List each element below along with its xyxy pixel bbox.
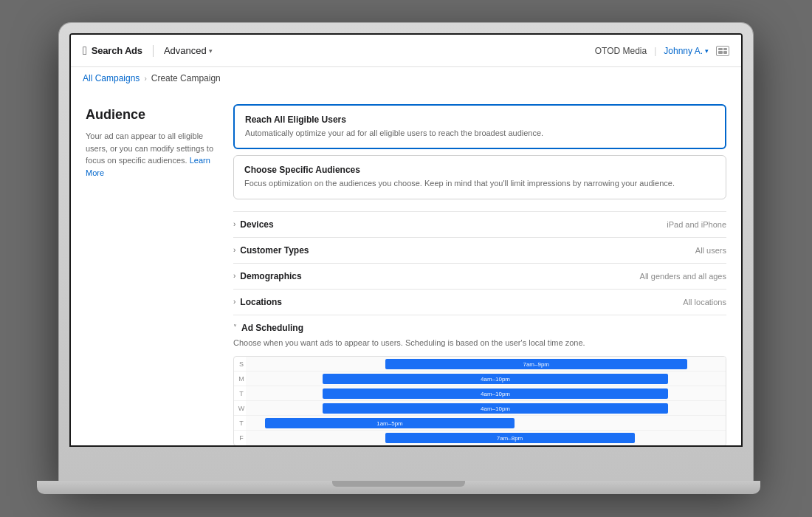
bar-label-monday: 4am–10pm: [481, 376, 510, 383]
user-name: Johnny A.: [664, 46, 703, 56]
scheduling-title: Ad Scheduling: [241, 323, 303, 333]
schedule-bar-thursday: 1am–5pm: [265, 418, 515, 428]
chevron-right-icon-2: ›: [233, 246, 235, 254]
breadcrumb-all-campaigns[interactable]: All Campaigns: [83, 73, 140, 83]
row-value-demographics: All genders and all ages: [640, 272, 726, 281]
row-customer-types[interactable]: › Customer Types All users: [233, 237, 726, 263]
apple-logo-icon: : [83, 44, 87, 58]
right-panel: Reach All Eligible Users Automatically o…: [233, 104, 726, 434]
advanced-label: Advanced: [164, 45, 207, 56]
day-label-t2: T: [234, 420, 246, 427]
row-value-locations: All locations: [683, 298, 726, 307]
user-menu[interactable]: Johnny A. ▾: [664, 46, 709, 56]
card-title-reach-all: Reach All Eligible Users: [245, 114, 715, 125]
user-chevron-icon: ▾: [705, 47, 709, 55]
day-label-f: F: [234, 434, 246, 442]
search-ads-label: Search Ads: [92, 45, 142, 56]
bar-label-tuesday: 4am–10pm: [481, 391, 510, 397]
row-label-demographics: Demographics: [240, 271, 639, 281]
main-content: Audience Your ad can appear to all eligi…: [71, 89, 741, 447]
row-locations[interactable]: › Locations All locations: [233, 289, 726, 315]
chevron-down-icon: ▾: [209, 47, 213, 55]
bar-label-friday: 7am–8pm: [497, 435, 523, 442]
scheduling-header[interactable]: ˅ Ad Scheduling: [233, 323, 726, 333]
top-navigation:  Search Ads Advanced ▾ OTOD Media | Joh…: [71, 35, 741, 67]
chevron-right-icon-4: ›: [233, 298, 235, 306]
day-label-m: M: [234, 375, 246, 383]
section-title: Audience: [86, 107, 219, 123]
schedule-bar-wednesday: 4am–10pm: [323, 403, 668, 414]
layout-toggle-button[interactable]: [716, 46, 729, 56]
scheduling-description: Choose when you want ads to appear to us…: [233, 338, 726, 349]
schedule-bar-area-tuesday: 4am–10pm: [246, 386, 726, 400]
schedule-chart: S 7am–9pm M: [233, 356, 726, 446]
chevron-right-icon: ›: [233, 220, 235, 228]
breadcrumb-current: Create Campaign: [151, 73, 221, 83]
audience-cards: Reach All Eligible Users Automatically o…: [233, 104, 726, 199]
bar-label-thursday: 1am–5pm: [376, 420, 403, 427]
bar-label-wednesday: 4am–10pm: [481, 405, 510, 412]
advanced-dropdown[interactable]: Advanced ▾: [164, 45, 213, 56]
left-panel: Audience Your ad can appear to all eligi…: [86, 104, 233, 434]
day-label-w: W: [234, 405, 246, 412]
schedule-bar-sunday: 7am–9pm: [385, 359, 688, 369]
schedule-bar-area-monday: 4am–10pm: [246, 372, 726, 386]
bar-label-sunday: 7am–9pm: [523, 361, 549, 368]
schedule-row-thursday: T 1am–5pm: [234, 416, 726, 431]
schedule-row-tuesday: T 4am–10pm: [234, 386, 726, 401]
schedule-row-sunday: S 7am–9pm: [234, 357, 726, 372]
schedule-bar-tuesday: 4am–10pm: [323, 388, 668, 399]
row-label-devices: Devices: [240, 219, 667, 230]
day-label-t1: T: [234, 390, 246, 397]
schedule-row-monday: M 4am–10pm: [234, 372, 726, 386]
breadcrumb: All Campaigns › Create Campaign: [71, 67, 741, 89]
chevron-down-scheduling-icon: ˅: [233, 323, 237, 332]
row-value-customer-types: All users: [695, 246, 726, 255]
section-description: Your ad can appear to all eligible users…: [86, 130, 219, 179]
org-name: OTOD Media: [595, 46, 647, 56]
row-value-devices: iPad and iPhone: [667, 220, 726, 229]
audience-card-choose-specific[interactable]: Choose Specific Audiences Focus optimiza…: [233, 155, 726, 199]
schedule-row-wednesday: W 4am–10pm: [234, 401, 726, 416]
row-devices[interactable]: › Devices iPad and iPhone: [233, 211, 726, 237]
schedule-bar-area-sunday: 7am–9pm: [246, 357, 726, 371]
day-label-s: S: [234, 360, 246, 368]
schedule-bar-monday: 4am–10pm: [323, 374, 668, 384]
schedule-bar-area-friday: 7am–8pm: [246, 431, 726, 445]
row-label-locations: Locations: [240, 297, 683, 307]
row-demographics[interactable]: › Demographics All genders and all ages: [233, 263, 726, 289]
card-title-choose-specific: Choose Specific Audiences: [244, 165, 715, 175]
schedule-row-friday: F 7am–8pm: [234, 431, 726, 445]
card-desc-choose-specific: Focus optimization on the audiences you …: [244, 178, 715, 189]
schedule-bar-area-thursday: 1am–5pm: [246, 416, 726, 430]
row-label-customer-types: Customer Types: [240, 245, 695, 256]
laptop-base: [37, 481, 760, 494]
collapsible-rows: › Devices iPad and iPhone › Customer Typ…: [233, 211, 726, 315]
nav-divider: [153, 45, 154, 57]
card-desc-reach-all: Automatically optimize your ad for all e…: [245, 128, 715, 139]
schedule-bar-area-wednesday: 4am–10pm: [246, 401, 726, 415]
audience-card-reach-all[interactable]: Reach All Eligible Users Automatically o…: [233, 104, 726, 149]
schedule-bar-friday: 7am–8pm: [385, 433, 635, 443]
ad-scheduling-section: ˅ Ad Scheduling Choose when you want ads…: [233, 315, 726, 446]
breadcrumb-separator: ›: [144, 75, 146, 83]
chevron-right-icon-3: ›: [233, 272, 235, 280]
